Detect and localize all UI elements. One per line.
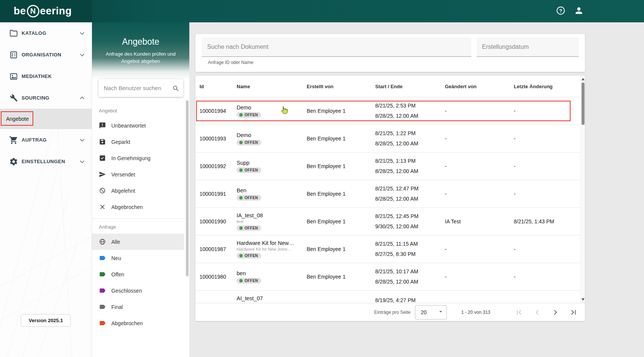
globe-icon [99, 238, 106, 246]
scroll-down-arrow-icon[interactable] [581, 297, 585, 302]
filter-in-genehmigung[interactable]: In Genehmigung [92, 150, 184, 166]
cell-name: Hardware Kit for New… Hardware Kit for N… [237, 240, 307, 259]
folder-icon [9, 29, 18, 38]
chevron-down-icon [78, 51, 86, 59]
cell-id: 100001987 [200, 246, 237, 252]
filter-label: Abgelehnt [111, 188, 135, 194]
start-datetime: 8/21/25, 2:53 PM [375, 101, 441, 111]
page-size-select[interactable]: 20 [415, 305, 447, 320]
table-row[interactable]: AI_test_07 8/19/25, 4:27 PM [195, 291, 580, 303]
help-button[interactable]: ? [555, 5, 566, 17]
creation-date-input[interactable] [482, 44, 574, 50]
sidebar-sub-item-label: Angebote [6, 116, 29, 122]
table-row[interactable]: 100001991 Ben OFFEN Ben Employee 1 8/21/… [195, 180, 580, 208]
document-subtitle: Hardware Kit for New Joine… [237, 247, 292, 251]
creation-date-field[interactable] [477, 37, 579, 57]
cell-id: 100001990 [200, 218, 237, 224]
filter-abgebrochen-anfrage[interactable]: Abgebrochen [92, 315, 184, 331]
document-search-input[interactable] [207, 44, 466, 50]
document-name: Ben [237, 187, 246, 193]
sidebar-item-mediathek[interactable]: MEDIATHEK [0, 65, 92, 87]
cell-start-end: 8/21/25, 10:17 AM 8/28/25, 12:00 AM [375, 267, 445, 287]
cell-id: 100001993 [200, 136, 237, 142]
filter-final[interactable]: Final [92, 299, 184, 315]
search-filter-card: Anfrage ID oder Name [195, 34, 585, 72]
sidebar-item-label: EINSTELLUNGEN [22, 159, 65, 164]
column-header-id[interactable]: Id [200, 84, 237, 89]
document-subtitle: test [237, 219, 243, 224]
cell-changed-by: - [445, 163, 514, 169]
table-row[interactable]: 100001980 ben OFFEN Ben Employee 1 8/21/… [195, 263, 580, 291]
status-dot-icon [239, 168, 243, 172]
page-range-label: 1 - 20 von 313 [461, 310, 490, 315]
app-root: be N eering ? [0, 0, 644, 357]
table-row[interactable]: 100001994 Demo OFFEN Ben Employee 1 8/21… [195, 97, 580, 125]
search-icon [172, 84, 179, 92]
table-row[interactable]: 100001990 IA_test_08 test OFFEN Ben Empl… [195, 208, 580, 235]
table-row[interactable]: 100001987 Hardware Kit for New… Hardware… [195, 235, 580, 263]
filter-versendet[interactable]: Versendet [92, 166, 184, 182]
tag-icon-orange [99, 320, 106, 327]
cell-created-by: Ben Employee 1 [307, 246, 375, 252]
cell-name: IA_test_08 test OFFEN [237, 212, 307, 231]
approval-check-icon [99, 154, 106, 162]
dropdown-caret-icon [437, 308, 444, 316]
cell-changed-by: - [445, 108, 514, 114]
sidebar-item-katalog[interactable]: KATALOG [0, 22, 92, 44]
sidebar-item-auftrag[interactable]: AUFTRAG [0, 129, 92, 151]
status-label: OFFEN [245, 279, 258, 283]
sidebar-item-angebote[interactable]: Angebote [0, 109, 92, 129]
filter-label: Abgebrochen [111, 320, 143, 326]
user-search-input[interactable] [104, 85, 172, 91]
cell-changed-by: - [445, 191, 514, 197]
cell-start-end: 8/21/25, 2:53 PM 8/28/25, 12:00 AM [375, 101, 445, 121]
column-header-name[interactable]: Name [237, 84, 307, 89]
user-menu-button[interactable] [573, 5, 585, 17]
column-header-erstellt-von[interactable]: Erstellt von [307, 84, 375, 89]
filter-abgelehnt[interactable]: Abgelehnt [92, 182, 184, 199]
sidebar-item-organisation[interactable]: ORGANISATION [0, 44, 92, 65]
version-button[interactable]: Version 2025.1 [21, 314, 71, 327]
filter-alle[interactable]: Alle [92, 234, 184, 250]
end-datetime: 8/28/25, 12:00 AM [375, 111, 441, 121]
filter-unbeantwortet[interactable]: Unbeantwortet [92, 117, 184, 134]
user-search-field[interactable] [98, 79, 183, 97]
sidebar-item-einstellungen[interactable]: EINSTELLUNGEN [0, 151, 92, 172]
filter-geschlossen[interactable]: Geschlossen [92, 282, 184, 299]
table-row[interactable]: 100001992 Supp OFFEN Ben Employee 1 8/21… [195, 153, 580, 180]
document-search-helper: Anfrage ID oder Name [208, 60, 253, 65]
filter-neu[interactable]: Neu [92, 250, 184, 266]
cell-changed-by: - [445, 246, 514, 252]
cell-start-end: 8/21/25, 1:22 PM 8/28/25, 12:00 AM [375, 128, 445, 149]
last-page-button[interactable] [569, 308, 578, 317]
sidebar-item-sourcing[interactable]: SOURCING [0, 87, 92, 109]
logo-circle-n: N [27, 5, 39, 17]
cell-name: ben OFFEN [237, 270, 307, 284]
chevron-down-icon [78, 157, 86, 166]
start-datetime: 8/21/25, 1:22 PM [375, 128, 441, 139]
document-name: Demo [237, 132, 251, 138]
document-name: ben [237, 270, 246, 276]
status-dot-icon [239, 141, 243, 144]
filter-abgebrochen-angebot[interactable]: Abgebrochen [92, 199, 184, 215]
column-header-geaendert-von[interactable]: Geändert von [445, 84, 514, 89]
table-scrollbar-thumb[interactable] [582, 83, 585, 125]
document-search-field[interactable] [202, 37, 471, 57]
brand-logo[interactable]: be N eering [0, 0, 92, 22]
start-datetime: 8/21/25, 12:45 PM [375, 211, 441, 221]
filter-geparkt[interactable]: Geparkt [92, 134, 184, 150]
filter-label: Offen [111, 271, 124, 277]
chevron-down-icon [78, 29, 86, 37]
page-subtitle: Anfrage des Kunden prüfen und Angebot ab… [101, 50, 180, 65]
previous-page-button[interactable] [533, 308, 542, 317]
next-page-button[interactable] [551, 308, 560, 317]
filter-offen[interactable]: Offen [92, 266, 184, 282]
cell-created-by: Ben Employee 1 [307, 136, 375, 142]
column-header-letzte-aenderung[interactable]: Letzte Änderung [514, 84, 585, 89]
scroll-up-arrow-icon[interactable] [581, 76, 585, 82]
column-header-start-ende[interactable]: Start / Ende [375, 84, 445, 89]
first-page-button[interactable] [515, 308, 524, 317]
cell-start-end: 8/19/25, 4:27 PM [375, 295, 445, 303]
panel-scrollbar-thumb[interactable] [186, 100, 189, 276]
table-row[interactable]: 100001993 Demo OFFEN Ben Employee 1 8/21… [195, 125, 580, 153]
